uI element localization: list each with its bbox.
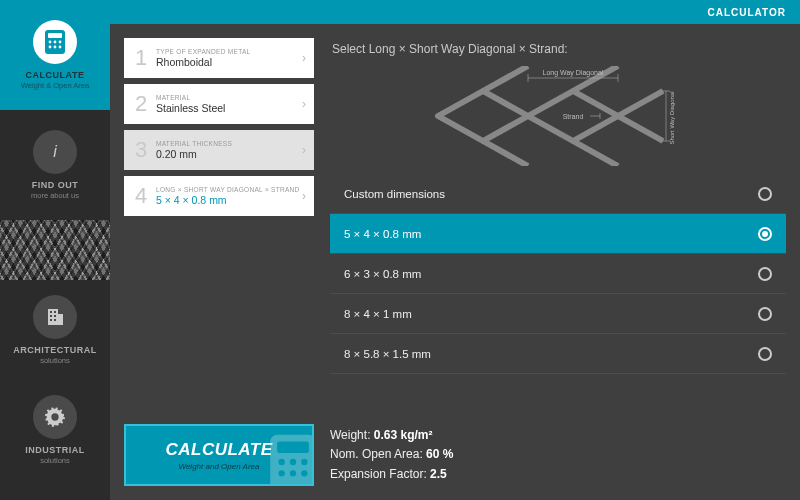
step-value: 0.20 mm xyxy=(156,148,302,160)
gear-icon xyxy=(33,395,77,439)
chevron-right-icon: › xyxy=(302,189,306,203)
step-dimensions[interactable]: 4 LONG × SHORT WAY DIAGONAL × STRAND 5 ×… xyxy=(124,176,314,216)
step-value: Stainless Steel xyxy=(156,102,302,114)
svg-point-7 xyxy=(59,46,62,49)
radio-icon xyxy=(758,307,772,321)
building-icon xyxy=(33,295,77,339)
openarea-value: 60 % xyxy=(426,447,453,461)
calculate-button-title: CALCULATE xyxy=(165,440,272,460)
app-root: CALCULATE Weight & Open Area i FIND OUT … xyxy=(0,0,800,500)
svg-rect-9 xyxy=(48,309,58,325)
sidebar-item-industrial[interactable]: INDUSTRIAL solutions xyxy=(0,380,110,480)
sidebar-item-title: ARCHITECTURAL xyxy=(13,345,97,355)
panel-title: Select Long × Short Way Diagonal × Stran… xyxy=(332,42,786,56)
openarea-label: Nom. Open Area: xyxy=(330,447,426,461)
sidebar-item-sub: solutions xyxy=(40,356,70,365)
option-8x58x15[interactable]: 8 × 5.8 × 1.5 mm xyxy=(330,334,786,374)
expansion-label: Expansion Factor: xyxy=(330,467,430,481)
radio-icon xyxy=(758,187,772,201)
svg-point-5 xyxy=(49,46,52,49)
chevron-right-icon: › xyxy=(302,97,306,111)
step-number: 3 xyxy=(132,137,150,163)
step-number: 4 xyxy=(132,183,150,209)
sidebar-item-title: INDUSTRIAL xyxy=(25,445,85,455)
svg-point-6 xyxy=(54,46,57,49)
option-label: Custom dimensions xyxy=(344,188,445,200)
step-label: LONG × SHORT WAY DIAGONAL × STRAND xyxy=(156,186,302,193)
step-thickness[interactable]: 3 MATERIAL THICKNESS 0.20 mm › xyxy=(124,130,314,170)
weight-label: Weight: xyxy=(330,428,374,442)
step-number: 2 xyxy=(132,91,150,117)
sidebar-item-sub: Weight & Open Area xyxy=(21,81,89,90)
svg-rect-12 xyxy=(54,311,56,313)
chevron-right-icon: › xyxy=(302,143,306,157)
info-icon: i xyxy=(33,130,77,174)
selection-panel: Select Long × Short Way Diagonal × Stran… xyxy=(330,38,786,420)
chevron-right-icon: › xyxy=(302,51,306,65)
svg-point-31 xyxy=(290,470,296,476)
radio-icon xyxy=(758,267,772,281)
sidebar-item-calculate[interactable]: CALCULATE Weight & Open Area xyxy=(0,0,110,110)
page-title: CALCULATOR xyxy=(707,7,786,18)
svg-rect-13 xyxy=(50,315,52,317)
option-custom[interactable]: Custom dimensions xyxy=(330,174,786,214)
option-label: 5 × 4 × 0.8 mm xyxy=(344,228,421,240)
main: CALCULATOR 1 TYPE OF EXPANDED METAL Rhom… xyxy=(110,0,800,500)
svg-rect-11 xyxy=(50,311,52,313)
step-material[interactable]: 2 MATERIAL Stainless Steel › xyxy=(124,84,314,124)
calculator-icon xyxy=(268,432,314,486)
option-label: 8 × 4 × 1 mm xyxy=(344,308,412,320)
sidebar-item-architectural[interactable]: ARCHITECTURAL solutions xyxy=(0,280,110,380)
diagram-label-short: Short Way Diagonal xyxy=(669,91,675,144)
svg-point-3 xyxy=(54,41,57,44)
radio-icon xyxy=(758,347,772,361)
step-value: 5 × 4 × 0.8 mm xyxy=(156,194,302,206)
calculator-icon xyxy=(33,20,77,64)
svg-rect-10 xyxy=(58,314,63,325)
footer: CALCULATE Weight and Open Area Weight: 0… xyxy=(110,420,800,500)
options-list: Custom dimensions 5 × 4 × 0.8 mm 6 × 3 ×… xyxy=(330,174,786,374)
content: 1 TYPE OF EXPANDED METAL Rhomboidal › 2 … xyxy=(110,24,800,420)
svg-point-32 xyxy=(301,470,307,476)
step-label: MATERIAL THICKNESS xyxy=(156,140,302,147)
svg-point-30 xyxy=(278,470,284,476)
sidebar-item-title: FIND OUT xyxy=(32,180,79,190)
expansion-value: 2.5 xyxy=(430,467,447,481)
step-number: 1 xyxy=(132,45,150,71)
topbar: CALCULATOR xyxy=(110,0,800,24)
weight-value: 0.63 kg/m² xyxy=(374,428,433,442)
mesh-decor xyxy=(0,220,110,280)
svg-point-2 xyxy=(49,41,52,44)
sidebar-item-findout[interactable]: i FIND OUT more about us xyxy=(0,110,110,220)
option-6x3x08[interactable]: 6 × 3 × 0.8 mm xyxy=(330,254,786,294)
svg-rect-26 xyxy=(277,442,309,453)
radio-icon xyxy=(758,227,772,241)
option-label: 8 × 5.8 × 1.5 mm xyxy=(344,348,431,360)
mesh-diagram: Long Way Diagonal Short Way Diagonal Str… xyxy=(330,66,786,166)
step-label: TYPE OF EXPANDED METAL xyxy=(156,48,302,55)
svg-text:i: i xyxy=(53,143,57,160)
svg-point-27 xyxy=(278,459,284,465)
svg-point-4 xyxy=(59,41,62,44)
sidebar-item-sub: more about us xyxy=(31,191,79,200)
svg-point-28 xyxy=(290,459,296,465)
results: Weight: 0.63 kg/m² Nom. Open Area: 60 % … xyxy=(330,426,453,484)
diagram-label-long: Long Way Diagonal xyxy=(543,69,604,77)
steps-column: 1 TYPE OF EXPANDED METAL Rhomboidal › 2 … xyxy=(124,38,314,420)
step-type[interactable]: 1 TYPE OF EXPANDED METAL Rhomboidal › xyxy=(124,38,314,78)
svg-rect-14 xyxy=(54,315,56,317)
calculate-button[interactable]: CALCULATE Weight and Open Area xyxy=(124,424,314,486)
svg-rect-1 xyxy=(48,33,62,38)
step-label: MATERIAL xyxy=(156,94,302,101)
option-5x4x08[interactable]: 5 × 4 × 0.8 mm xyxy=(330,214,786,254)
calculate-button-sub: Weight and Open Area xyxy=(179,462,260,471)
step-value: Rhomboidal xyxy=(156,56,302,68)
option-8x4x1[interactable]: 8 × 4 × 1 mm xyxy=(330,294,786,334)
diagram-label-strand: Strand xyxy=(563,113,584,120)
svg-rect-15 xyxy=(50,319,52,321)
svg-point-29 xyxy=(301,459,307,465)
sidebar-item-title: CALCULATE xyxy=(26,70,85,80)
sidebar: CALCULATE Weight & Open Area i FIND OUT … xyxy=(0,0,110,500)
option-label: 6 × 3 × 0.8 mm xyxy=(344,268,421,280)
sidebar-item-sub: solutions xyxy=(40,456,70,465)
